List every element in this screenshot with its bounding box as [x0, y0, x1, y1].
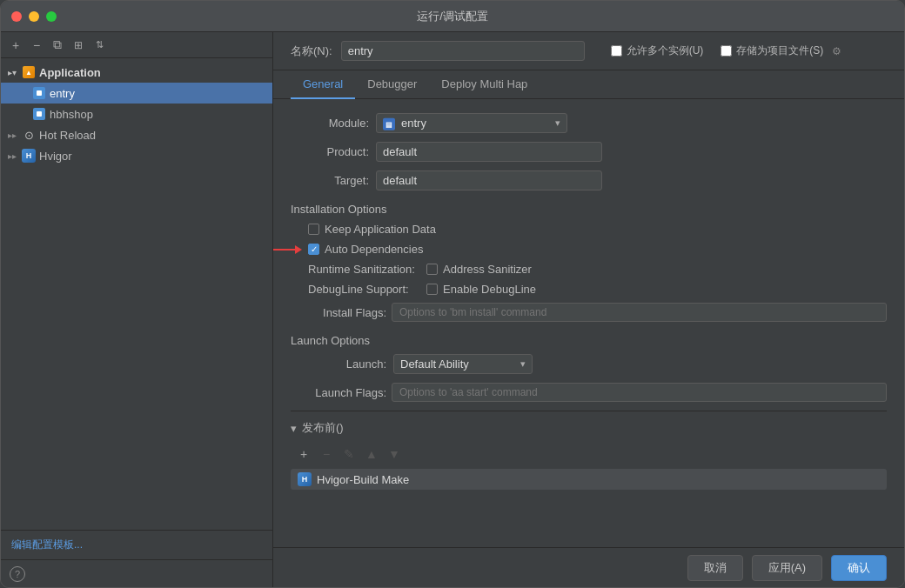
keep-app-data-checkbox[interactable] — [308, 224, 319, 235]
auto-dependencies-row: Auto Dependencies — [308, 243, 887, 256]
right-panel: 名称(N): 允许多个实例(U) 存储为项目文件(S) ⚙ — [273, 32, 904, 587]
launch-options-title: Launch Options — [291, 334, 887, 347]
module-select[interactable]: entry — [376, 113, 567, 133]
launch-select-wrapper: Default Ability Nothing — [393, 354, 533, 374]
name-label: 名称(N): — [291, 43, 332, 59]
sidebar-tree: ▾ ▲ Application entry — [1, 58, 272, 530]
remove-config-button[interactable]: − — [27, 36, 46, 55]
tab-debugger[interactable]: Debugger — [355, 70, 429, 99]
pre-launch-add-button[interactable]: + — [294, 444, 313, 464]
hot-reload-label: Hot Reload — [39, 129, 96, 142]
install-flags-input[interactable] — [392, 303, 887, 322]
sidebar-toolbar: + − ⧉ ⊞ ⇅ — [1, 32, 272, 58]
tabs-row: General Debugger Deploy Multi Hap — [273, 70, 904, 99]
hbhshop-label: hbhshop — [50, 108, 93, 121]
sidebar-help-row: ? — [1, 559, 272, 587]
debugline-support-row: DebugLine Support: Enable DebugLine — [308, 283, 887, 296]
product-row: Product: — [291, 142, 887, 162]
apply-button[interactable]: 应用(A) — [752, 555, 822, 581]
main-content: + − ⧉ ⊞ ⇅ ▾ ▲ Application — [1, 32, 904, 587]
close-button[interactable] — [11, 11, 22, 22]
gear-icon[interactable]: ⚙ — [832, 45, 841, 57]
target-input[interactable] — [376, 170, 602, 190]
launch-flags-row: Launch Flags: — [308, 383, 887, 402]
window-controls — [11, 11, 57, 22]
hvigor-icon: H — [22, 149, 36, 163]
entry-icon — [32, 86, 46, 100]
sidebar-item-entry[interactable]: entry — [1, 83, 272, 104]
enable-debugline-label: Enable DebugLine — [443, 283, 536, 296]
pre-launch-edit-button[interactable]: ✎ — [339, 444, 359, 464]
confirm-button[interactable]: 确认 — [831, 555, 887, 581]
target-row: Target: — [291, 170, 887, 190]
install-flags-row: Install Flags: — [308, 303, 887, 322]
pre-launch-up-button[interactable]: ▲ — [362, 444, 381, 464]
footer: 取消 应用(A) 确认 — [273, 547, 904, 587]
application-label: Application — [39, 66, 101, 79]
entry-label: entry — [50, 87, 75, 100]
launch-flags-label: Launch Flags: — [308, 386, 386, 399]
name-row: 名称(N): 允许多个实例(U) 存储为项目文件(S) ⚙ — [273, 32, 904, 70]
allow-multiple-label[interactable]: 允许多个实例(U) — [611, 43, 704, 58]
pre-launch-arrow: ▾ — [291, 422, 297, 435]
enable-debugline-checkbox[interactable] — [426, 284, 438, 295]
copy-config-button[interactable]: ⧉ — [48, 36, 67, 55]
expand-arrow-hvigor: ▸ — [8, 151, 18, 161]
cancel-button[interactable]: 取消 — [687, 555, 743, 581]
pre-launch-item[interactable]: H Hvigor-Build Make — [291, 469, 887, 490]
tab-deploy-multi-hap[interactable]: Deploy Multi Hap — [429, 70, 540, 99]
runtime-sanitization-row: Runtime Sanitization: Address Sanitizer — [308, 263, 887, 276]
edit-templates-link[interactable]: 编辑配置模板... — [11, 538, 83, 551]
titlebar: 运行/调试配置 — [1, 1, 904, 32]
allow-multiple-checkbox[interactable] — [611, 45, 622, 57]
pre-launch-down-button[interactable]: ▼ — [385, 444, 404, 464]
help-button[interactable]: ? — [10, 566, 25, 582]
save-to-project-checkbox[interactable] — [721, 45, 732, 57]
sidebar-item-hvigor[interactable]: ▸ H Hvigor — [1, 145, 272, 166]
sidebar-item-application[interactable]: ▾ ▲ Application — [1, 62, 272, 83]
sort-config-button[interactable]: ⇅ — [90, 36, 109, 55]
app-window: 运行/调试配置 + − ⧉ ⊞ ⇅ ▾ ▲ Application — [0, 0, 905, 588]
product-label: Product: — [291, 145, 369, 158]
pre-launch-header[interactable]: ▾ 发布前() — [291, 420, 887, 436]
keep-app-data-row: Keep Application Data — [308, 223, 887, 236]
module-row: Module: entry ▤ — [291, 113, 887, 133]
name-input[interactable] — [341, 41, 585, 61]
hvigor-build-label: Hvigor-Build Make — [317, 473, 409, 486]
launch-flags-input[interactable] — [392, 383, 887, 402]
window-title: 运行/调试配置 — [417, 9, 488, 24]
hvigor-build-icon: H — [298, 472, 312, 486]
hot-reload-icon: ⊙ — [22, 128, 36, 142]
save-to-project-label[interactable]: 存储为项目文件(S) — [721, 43, 823, 58]
address-sanitizer-checkbox[interactable] — [426, 264, 438, 275]
launch-label: Launch: — [308, 357, 386, 371]
module-select-wrapper: entry ▤ — [376, 113, 567, 133]
sidebar-bottom: 编辑配置模板... — [1, 530, 272, 559]
module-label: Module: — [291, 117, 369, 130]
tab-general[interactable]: General — [291, 70, 355, 99]
debugline-support-label: DebugLine Support: — [308, 283, 421, 296]
sidebar-item-hbhshop[interactable]: hbhshop — [1, 104, 272, 124]
installation-options-title: Installation Options — [291, 203, 887, 216]
launch-row: Launch: Default Ability Nothing — [308, 354, 887, 374]
product-input[interactable] — [376, 142, 602, 162]
pre-launch-title: 发布前() — [302, 420, 344, 436]
folder-config-button[interactable]: ⊞ — [69, 36, 88, 55]
panel-content: Module: entry ▤ Product: — [273, 99, 904, 547]
sidebar-item-hot-reload[interactable]: ▸ ⊙ Hot Reload — [1, 124, 272, 145]
add-config-button[interactable]: + — [6, 36, 25, 55]
pre-launch-section: ▾ 发布前() + − ✎ ▲ ▼ H Hvigor-Build Make — [291, 411, 887, 490]
pre-launch-remove-button[interactable]: − — [317, 444, 336, 464]
target-label: Target: — [291, 174, 369, 187]
minimize-button[interactable] — [29, 11, 39, 22]
keep-app-data-label: Keep Application Data — [325, 223, 436, 236]
auto-dependencies-label: Auto Dependencies — [325, 243, 423, 256]
pre-launch-toolbar: + − ✎ ▲ ▼ — [294, 441, 887, 467]
application-icon: ▲ — [22, 65, 36, 79]
maximize-button[interactable] — [46, 11, 57, 22]
hbhshop-icon — [32, 107, 46, 121]
auto-dependencies-checkbox[interactable] — [308, 244, 319, 255]
install-flags-label: Install Flags: — [308, 306, 386, 319]
address-sanitizer-label: Address Sanitizer — [443, 263, 532, 276]
launch-select[interactable]: Default Ability Nothing — [393, 354, 533, 374]
